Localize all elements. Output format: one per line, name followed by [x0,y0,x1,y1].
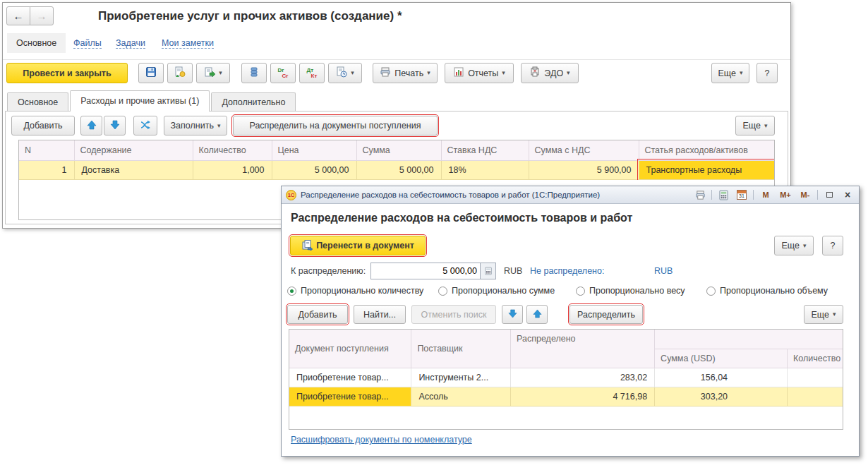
nav-link-tasks[interactable]: Задачи [116,38,145,49]
edo-button[interactable]: ЭДО ▾ [521,63,579,83]
calculator-icon[interactable] [716,188,730,201]
close-icon: × [845,189,850,200]
col-sum[interactable]: Сумма [356,140,441,160]
radio-icon [287,287,296,296]
table-row[interactable]: 1 Доставка 1,000 5 000,00 5 000,00 18% 5… [19,160,774,179]
post-document-icon [174,66,186,80]
col-supplier[interactable]: Поставщик [411,330,511,368]
find-button[interactable]: Найти... [354,305,406,324]
tab-expenses[interactable]: Расходы и прочие активы (1) [70,90,210,112]
memory-m-button[interactable]: M [758,191,773,199]
tab-strip: Основное Расходы и прочие активы (1) Доп… [7,90,297,112]
dialog-more-button[interactable]: Еще▾ [774,236,814,255]
arrow-up-icon [533,309,542,320]
tab-main[interactable]: Основное [7,92,68,112]
dtkt-icon: Дт Кт [307,68,318,79]
report-chart-icon [453,66,464,80]
col-qty[interactable]: Количество [193,140,272,160]
register-icon [248,66,260,80]
col-sum-usd[interactable]: Сумма (USD) [655,349,788,368]
dialog-grid-more-button[interactable]: Еще▾ [804,305,843,324]
titlebar-print-icon[interactable] [693,188,707,201]
page-title: Приобретение услуг и прочих активов (соз… [98,9,402,23]
help-button[interactable]: ? [757,63,778,83]
radio-by-weight[interactable]: Пропорционально весу [576,286,685,296]
calendar-icon[interactable]: 31 [735,188,749,201]
drcr-button[interactable]: Dr Cr [270,63,296,83]
arrow-down-icon [508,309,517,320]
dialog-titlebar[interactable]: 1С Распределение расходов на себестоимос… [282,186,859,204]
sort-button[interactable] [133,116,157,135]
back-button[interactable]: ← [6,6,30,25]
move-down-button[interactable] [104,116,126,135]
col-content[interactable]: Содержание [74,140,193,160]
currency-label: RUB [504,266,522,276]
fill-menu-button[interactable]: Заполнить▾ [164,116,227,135]
memory-mplus-button[interactable]: M+ [778,191,793,199]
distribute-to-receipts-button[interactable]: Распределить на документы поступления [233,116,438,135]
col-n[interactable]: N [19,140,74,160]
table-row[interactable]: Приобретение товар... Ассоль 4 716,98 30… [289,387,843,406]
dialog-add-button[interactable]: Добавить [287,305,348,324]
forward-button[interactable]: → [30,6,54,25]
chevron-down-icon: ▾ [219,70,222,76]
dialog-move-down-button[interactable] [502,305,523,324]
print-button[interactable]: Печать ▾ [373,63,438,83]
chevron-down-icon: ▾ [803,243,807,249]
col-group-header [655,330,843,349]
col-receipt-doc[interactable]: Документ поступления [289,330,411,368]
save-button[interactable] [138,63,164,83]
current-cell[interactable]: Приобретение товар... [289,387,411,406]
to-distribute-input[interactable] [371,263,480,279]
transfer-to-document-button[interactable]: Перенести в документ [290,236,426,255]
table-row[interactable]: Приобретение товар... Инструменты 2... 2… [289,368,843,387]
decrypt-documents-link[interactable]: Расшифровать документы по номенклатуре [291,435,472,445]
nav-link-notes[interactable]: Мои заметки [162,38,214,49]
close-button[interactable]: × [840,188,855,201]
dialog-heading: Распределение расходов на себестоимость … [291,212,632,224]
grid-more-button[interactable]: Еще▾ [735,116,775,135]
post-and-close-button[interactable]: Провести и закрыть [6,63,128,83]
not-distributed-currency[interactable]: RUB [654,266,673,276]
expense-item-cell[interactable]: Транспортные расходы [639,160,774,179]
move-up-button[interactable] [80,116,102,135]
radio-by-volume[interactable]: Пропорционально объему [706,286,828,296]
memory-mminus-button[interactable]: M- [797,191,813,199]
post-document-button[interactable] [167,63,193,83]
arrow-up-icon [87,120,97,132]
add-row-button[interactable]: Добавить [11,116,75,135]
nav-link-files[interactable]: Файлы [73,38,102,49]
radio-by-sum[interactable]: Пропорционально сумме [438,286,555,296]
dialog-move-up-button[interactable] [526,305,548,324]
radio-by-quantity[interactable]: Пропорционально количеству [287,286,423,296]
dialog-help-button[interactable]: ? [822,236,843,255]
edo-icon [529,66,541,80]
calculator-dropdown-button[interactable] [480,263,495,279]
reports-button[interactable]: Отчеты ▾ [445,63,514,83]
post-menu-button[interactable]: ▾ [196,63,230,83]
cancel-search-button: Отменить поиск [411,305,496,324]
restore-window-button[interactable] [822,188,836,201]
more-button[interactable]: Еще▾ [711,63,749,83]
history-nav: ← → [6,6,54,25]
divider [711,190,712,200]
back-icon: ← [13,10,24,22]
col-sum-vat[interactable]: Сумма с НДС [529,140,639,160]
dialog-distribute-button[interactable]: Распределить [569,305,643,324]
col-expense-item[interactable]: Статья расходов/активов [639,140,774,160]
col-price[interactable]: Цена [272,140,356,160]
chevron-down-icon: ▾ [502,70,505,76]
transfer-document-icon [301,239,313,253]
crossing-arrows-icon [140,119,151,133]
history-menu-button[interactable]: ▾ [328,63,362,83]
dtkt-button[interactable]: Дт Кт [299,63,325,83]
drcr-icon: Dr Cr [278,68,289,79]
not-distributed-label[interactable]: Не распределено: [530,266,604,276]
tab-additional[interactable]: Дополнительно [211,92,296,112]
col-vat-rate[interactable]: Ставка НДС [441,140,529,160]
document-clock-icon [336,66,347,80]
register-records-button[interactable] [241,63,267,83]
col-distributed[interactable]: Распределено [511,330,655,368]
col-quantity[interactable]: Количество [788,349,843,368]
nav-item-main[interactable]: Основное [7,33,66,53]
